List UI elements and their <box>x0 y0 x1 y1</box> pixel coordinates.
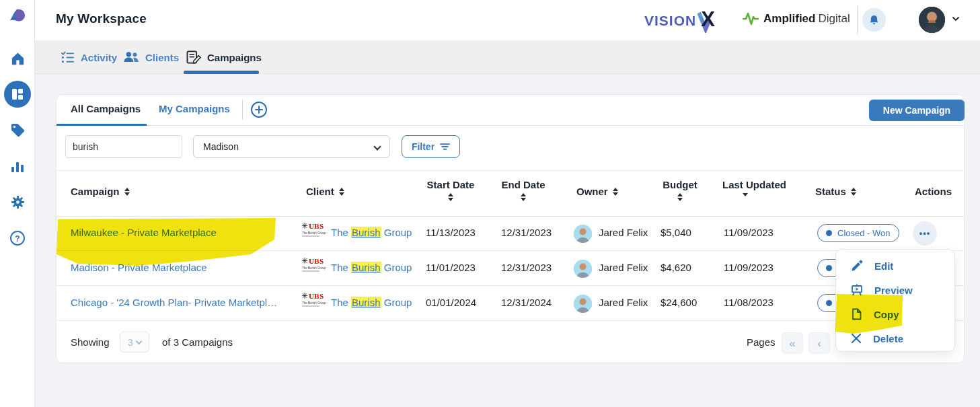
search-match-highlight: Burish <box>351 262 381 273</box>
settings-gear-icon[interactable] <box>0 194 35 210</box>
client-link[interactable]: The Burish Group <box>331 297 412 308</box>
notifications-bell-button[interactable] <box>862 8 886 32</box>
col-client[interactable]: Client <box>306 186 344 197</box>
menu-item-copy[interactable]: Copy <box>836 302 954 326</box>
ubs-keys-icon <box>302 223 307 229</box>
budget-cell: $5,040 <box>661 227 691 238</box>
col-last-updated[interactable]: Last Updated <box>722 179 795 196</box>
help-icon[interactable]: ? <box>0 230 35 246</box>
campaigns-doc-icon <box>186 50 201 64</box>
tab-campaigns[interactable]: Campaigns <box>186 40 262 74</box>
first-page-button[interactable]: « <box>782 332 803 354</box>
status-badge: Closed - Won <box>817 224 899 242</box>
table-row: Madison - Private Marketplace UBS The Bu… <box>56 252 964 286</box>
topbar-divider <box>857 6 858 34</box>
app-logo <box>9 7 26 28</box>
menu-item-preview[interactable]: Preview <box>836 278 954 302</box>
table-row: Milwaukee - Private Marketplace UBS The … <box>56 217 964 251</box>
of-campaigns-label: of 3 Campaigns <box>162 336 233 348</box>
row-actions-button[interactable]: ••• <box>913 221 937 246</box>
clients-people-icon <box>123 51 139 63</box>
owner-name: Jared Felix <box>599 227 648 238</box>
search-match-highlight: Burish <box>351 297 381 308</box>
filter-button-label: Filter <box>412 141 435 152</box>
filter-icon <box>440 143 450 151</box>
sort-icon <box>851 188 856 196</box>
account-chevron-down-icon[interactable] <box>951 14 960 26</box>
edit-pencil-icon <box>851 260 863 272</box>
home-icon[interactable] <box>0 51 35 67</box>
col-start-date[interactable]: Start Date <box>424 179 478 201</box>
amplified-text: Amplified <box>763 12 815 25</box>
tab-activity-label: Activity <box>81 52 117 63</box>
owner-avatar <box>574 295 592 313</box>
location-select[interactable]: Madison <box>193 135 390 158</box>
vision-x-logo-mark: X <box>698 9 722 33</box>
waveform-icon <box>743 11 759 27</box>
plus-circle-icon <box>250 101 268 118</box>
location-select-value: Madison <box>203 141 239 152</box>
select-chevron-down-icon <box>373 143 381 150</box>
sort-desc-icon <box>743 193 748 196</box>
owner-avatar <box>574 260 592 278</box>
col-campaign[interactable]: Campaign <box>71 186 130 197</box>
workspace-tab-strip: Activity Clients Campaigns <box>35 40 980 74</box>
ubs-client-logo: UBS The Burish Group <box>302 223 329 237</box>
sidebar: ? <box>0 0 35 407</box>
subtab-active-underline <box>56 124 147 126</box>
ubs-logo-fineprint <box>302 235 319 237</box>
chevron-down-icon <box>135 338 142 344</box>
owner-avatar <box>574 225 592 243</box>
sort-icon <box>339 188 344 196</box>
digital-text: Digital <box>818 12 850 25</box>
subtab-vertical-divider <box>242 100 243 120</box>
campaign-link[interactable]: Chicago - '24 Growth Plan- Private Marke… <box>71 297 277 308</box>
row-context-menu: Edit Preview Copy Delete <box>835 249 955 352</box>
status-dot-icon <box>826 230 832 236</box>
sort-icon <box>613 188 618 196</box>
menu-item-edit[interactable]: Edit <box>836 254 954 278</box>
col-owner[interactable]: Owner <box>576 186 618 197</box>
col-status[interactable]: Status <box>815 186 856 197</box>
user-avatar[interactable] <box>919 7 945 33</box>
analytics-icon[interactable] <box>0 159 35 174</box>
vision-x-logo: VISION X <box>644 9 722 33</box>
col-budget[interactable]: Budget <box>659 179 701 201</box>
subtab-all-campaigns[interactable]: All Campaigns <box>71 103 141 114</box>
campaign-link[interactable]: Milwaukee - Private Marketplace <box>71 227 217 238</box>
campaign-link[interactable]: Madison - Private Marketplace <box>71 262 207 273</box>
sidebar-item-dashboard[interactable] <box>4 81 31 108</box>
bell-icon <box>868 14 880 26</box>
start-date-cell: 01/01/2024 <box>426 297 476 308</box>
sort-icon <box>677 193 683 201</box>
topbar: My Workspace VISION X AmplifiedDigital <box>35 0 980 40</box>
filter-button[interactable]: Filter <box>402 135 460 158</box>
menu-item-delete[interactable]: Delete <box>836 326 954 350</box>
new-campaign-button[interactable]: New Campaign <box>869 100 965 121</box>
last-updated-cell: 11/09/2023 <box>724 262 774 273</box>
showing-label: Showing <box>71 336 110 348</box>
search-input[interactable] <box>65 135 182 158</box>
sort-icon <box>124 188 130 196</box>
ubs-client-logo: UBS The Burish Group <box>302 293 329 307</box>
search-match-highlight: Burish <box>351 227 381 238</box>
add-tab-button[interactable] <box>250 101 268 118</box>
activity-list-icon <box>61 51 75 64</box>
start-date-cell: 11/01/2023 <box>426 262 476 273</box>
sort-icon <box>448 193 453 201</box>
app-window: ? My Workspace VISION X AmplifiedDigital <box>0 0 980 407</box>
page-size-select[interactable]: 3 <box>120 332 149 353</box>
ubs-keys-icon <box>302 293 307 299</box>
page-title: My Workspace <box>56 11 147 26</box>
col-end-date[interactable]: End Date <box>499 179 548 201</box>
active-tab-underline <box>184 71 259 74</box>
tab-activity[interactable]: Activity <box>61 40 117 74</box>
client-link[interactable]: The Burish Group <box>331 227 412 238</box>
tag-icon[interactable] <box>0 122 35 138</box>
sort-icon <box>521 193 526 201</box>
prev-page-button[interactable]: ‹ <box>808 332 830 354</box>
client-link[interactable]: The Burish Group <box>331 262 412 273</box>
subtab-my-campaigns[interactable]: My Campaigns <box>159 103 230 114</box>
tab-clients[interactable]: Clients <box>123 40 179 74</box>
start-date-cell: 11/13/2023 <box>426 227 476 238</box>
